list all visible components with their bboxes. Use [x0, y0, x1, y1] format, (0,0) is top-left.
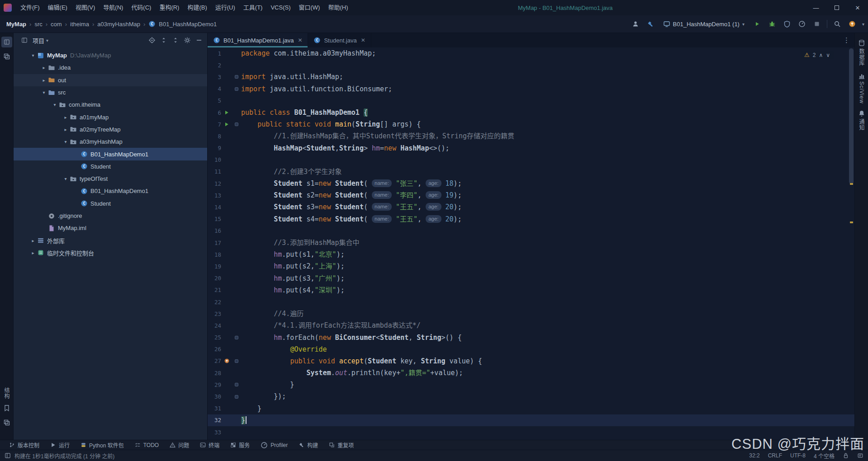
tree-item-B01_HashMapDemo1[interactable]: CB01_HashMapDemo1 — [14, 185, 207, 197]
menu-导航[interactable]: 导航(N) — [99, 0, 127, 15]
stripe-button-通知[interactable]: 通知 — [858, 110, 865, 131]
warning-stripe-mark[interactable] — [850, 183, 853, 185]
menu-VCS[interactable]: VCS(S) — [266, 0, 294, 15]
tree-item-src[interactable]: ▾src — [14, 86, 207, 99]
notifications-icon[interactable] — [857, 452, 863, 459]
toolwindow-button-Python 软件包[interactable]: Python 软件包 — [76, 440, 128, 450]
maximize-button[interactable] — [826, 0, 847, 15]
tree-item-a03myHashMap[interactable]: ▾a03myHashMap — [14, 136, 207, 148]
breadcrumb-item-com[interactable]: com — [51, 21, 62, 28]
toolwindow-button-Profiler[interactable]: Profiler — [256, 440, 292, 450]
tree-item-out[interactable]: ▸out — [14, 74, 207, 86]
code-line-8[interactable]: 8 //1.创建HashMap集合，其中Student代表学生对象，String… — [208, 130, 854, 142]
tree-chevron-icon[interactable]: ▾ — [29, 53, 37, 58]
run-gutter-icon[interactable] — [221, 110, 232, 115]
tab-close-icon[interactable]: ✕ — [298, 37, 302, 43]
editor-tab-Student.java[interactable]: CStudent.java✕ — [308, 33, 371, 47]
tree-item-typeOfTest[interactable]: ▾typeOfTest — [14, 173, 207, 185]
editor-scrollbar[interactable] — [849, 48, 854, 184]
stop-button[interactable] — [812, 19, 822, 29]
toolwindow-stripe-button[interactable] — [1, 51, 12, 62]
stripe-button-SciView[interactable]: SciView — [858, 72, 865, 103]
code-line-12[interactable]: 12 Student s1=new Student( name: "张三", a… — [208, 178, 854, 189]
tab-options-icon[interactable]: ⋮ — [839, 33, 854, 47]
editor-tab-B01_HashMapDemo1.java[interactable]: CB01_HashMapDemo1.java✕ — [208, 33, 308, 47]
code-line-2[interactable]: 2 — [208, 59, 854, 71]
fold-marker-icon[interactable] — [235, 359, 238, 363]
panel-settings-button[interactable] — [182, 35, 193, 46]
code-line-31[interactable]: 31 } — [208, 403, 854, 414]
project-stripe-button[interactable] — [1, 37, 12, 47]
fold-marker-icon[interactable] — [235, 122, 238, 126]
tree-chevron-icon[interactable]: ▸ — [40, 78, 48, 83]
code-line-3[interactable]: 3import java.util.HashMap; — [208, 71, 854, 83]
menu-帮助[interactable]: 帮助(H) — [324, 0, 352, 15]
tree-chevron-icon[interactable]: ▾ — [62, 139, 70, 144]
toolwindow-button-重复项[interactable]: 重复项 — [324, 440, 358, 450]
project-panel-title[interactable]: 项目 — [33, 36, 44, 45]
tree-item-a01myMap[interactable]: ▸a01myMap — [14, 111, 207, 123]
toolwindow-button-服务[interactable]: 服务 — [226, 440, 254, 450]
profiler-button[interactable] — [797, 19, 807, 29]
code-line-32[interactable]: 32} — [208, 414, 854, 426]
stripe-button-数据库[interactable]: 数据库 — [858, 39, 865, 66]
tree-item-B01_HashMapDemo1[interactable]: CB01_HashMapDemo1 — [14, 148, 207, 160]
code-line-13[interactable]: 13 Student s2=new Student( name: "李四", a… — [208, 189, 854, 201]
tree-chevron-icon[interactable]: ▸ — [62, 127, 70, 132]
run-button[interactable] — [752, 19, 762, 29]
tree-item-a02myTreeMap[interactable]: ▸a02myTreeMap — [14, 123, 207, 136]
code-line-7[interactable]: 7 public static void main(String[] args)… — [208, 118, 854, 130]
tree-item-临时文件和控制台[interactable]: ▸临时文件和控制台 — [14, 247, 207, 259]
toolwindow-button-版本控制[interactable]: 版本控制 — [5, 440, 44, 450]
tree-item-Student[interactable]: CStudent — [14, 198, 207, 210]
hide-panel-button[interactable] — [194, 35, 204, 46]
breadcrumb-item-src[interactable]: src — [34, 21, 42, 28]
toolwindow-button-终端[interactable]: 终端 — [195, 440, 224, 450]
menu-代码[interactable]: 代码(C) — [127, 0, 155, 15]
tree-chevron-icon[interactable]: ▾ — [51, 102, 59, 107]
code-line-25[interactable]: 25 hm.forEach(new BiConsumer<Student, St… — [208, 332, 854, 343]
fold-marker-icon[interactable] — [235, 87, 238, 91]
menu-视图[interactable]: 视图(V) — [71, 0, 99, 15]
menu-运行[interactable]: 运行(U) — [211, 0, 239, 15]
codewithme-users-icon[interactable] — [631, 19, 640, 29]
run-gutter-icon[interactable] — [221, 122, 232, 127]
search-everywhere-button[interactable] — [832, 19, 842, 29]
menu-编辑[interactable]: 编辑(E) — [44, 0, 71, 15]
tree-item-.idea[interactable]: ▸.idea — [14, 61, 207, 74]
tree-item-外部库[interactable]: ▸外部库 — [14, 234, 207, 246]
code-line-18[interactable]: 18 hm.put(s1,"北京"); — [208, 249, 854, 260]
breadcrumb-item-MyMap[interactable]: MyMap — [6, 21, 26, 28]
code-line-26[interactable]: 26 @Override — [208, 343, 854, 355]
debug-button[interactable] — [767, 19, 777, 29]
code-line-29[interactable]: 29 } — [208, 379, 854, 390]
tree-item-MyMap[interactable]: ▾MyMapD:\Java\MyMap — [14, 49, 207, 61]
code-line-11[interactable]: 11 //2.创建3个学生对象 — [208, 166, 854, 178]
breadcrumb-item-a03myHashMap[interactable]: a03myHashMap — [97, 21, 140, 28]
structure-stripe-button[interactable]: 结构 — [3, 387, 10, 399]
tree-chevron-icon[interactable]: ▾ — [40, 90, 48, 95]
fold-marker-icon[interactable] — [235, 383, 238, 386]
readonly-lock-icon[interactable] — [843, 452, 849, 459]
stripe-extra-button[interactable] — [1, 417, 12, 428]
indent-setting[interactable]: 4 个空格 — [814, 452, 835, 460]
code-line-27[interactable]: 27 public void accept(Student key, Strin… — [208, 355, 854, 367]
tree-chevron-icon[interactable]: ▸ — [62, 115, 70, 120]
code-line-9[interactable]: 9 HashMap<Student,String> hm=new HashMap… — [208, 142, 854, 154]
menu-文件[interactable]: 文件(F) — [16, 0, 44, 15]
menu-构建[interactable]: 构建(B) — [183, 0, 211, 15]
toolbar-chevron-icon[interactable]: ▾ — [862, 22, 864, 27]
override-gutter-icon[interactable] — [221, 358, 232, 364]
code-line-16[interactable]: 16 — [208, 225, 854, 237]
menu-工具[interactable]: 工具(T) — [239, 0, 267, 15]
tree-item-com.itheima[interactable]: ▾com.itheima — [14, 99, 207, 111]
tree-chevron-icon[interactable]: ▸ — [29, 250, 37, 255]
code-line-28[interactable]: 28 System.out.println(key+",籍贯="+value); — [208, 367, 854, 379]
fold-marker-icon[interactable] — [235, 395, 238, 399]
inspection-widget[interactable]: ⚠ 2 ∧ ∨ — [801, 51, 834, 59]
tree-chevron-icon[interactable]: ▸ — [29, 238, 37, 243]
tab-close-icon[interactable]: ✕ — [361, 37, 365, 43]
code-line-4[interactable]: 4import java.util.function.BiConsumer; — [208, 83, 854, 95]
tree-chevron-icon[interactable]: ▾ — [62, 176, 70, 181]
code-line-21[interactable]: 21 hm.put(s4,"深圳"); — [208, 284, 854, 296]
